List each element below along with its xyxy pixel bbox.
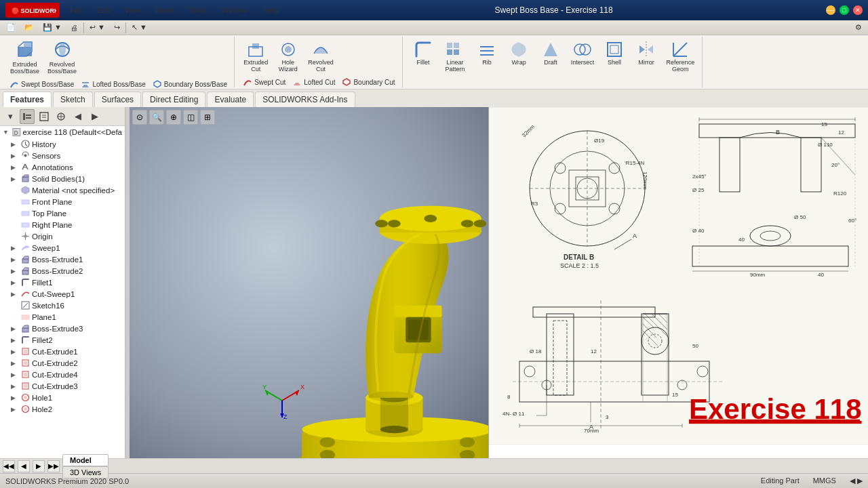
tree-item-hole1[interactable]: ▶ Hole1 [0, 392, 125, 403]
revolved-boss-button[interactable]: RevolvedBoss/Base [44, 38, 80, 77]
nav-last-button[interactable]: ▶▶ [47, 460, 60, 472]
tree-item-top-plane[interactable]: ▶ Top Plane [0, 207, 125, 219]
shell-button[interactable]: Shell [599, 38, 630, 86]
wrap-button[interactable]: Wrap [504, 38, 534, 86]
menu-insert[interactable]: Insert [152, 4, 178, 16]
menu-tools[interactable]: Tools [186, 4, 210, 16]
draft-button[interactable]: Draft [536, 38, 566, 86]
tab-model[interactable]: Model [62, 454, 108, 466]
tab-sketch[interactable]: Sketch [53, 92, 93, 107]
config-manager-button[interactable] [54, 109, 68, 124]
app-version: SOLIDWORKS Premium 2020 SP0.0 [5, 477, 129, 485]
plane1-label: Plane1 [32, 313, 56, 321]
feature-tree-button[interactable] [20, 109, 35, 124]
tree-item-fillet1[interactable]: ▶ Fillet1 [0, 277, 125, 288]
close-button[interactable]: ✕ [853, 5, 863, 15]
tree-item-cut-sweep1[interactable]: ▶ Cut-Sweep1 [0, 288, 125, 300]
save-button[interactable]: 💾 ▼ [39, 22, 65, 34]
tree-item-sweep1[interactable]: ▶ Sweep1 [0, 242, 125, 253]
svg-text:4N- Ø 11: 4N- Ø 11 [502, 411, 525, 417]
tree-item-origin[interactable]: ▶ Origin [0, 230, 125, 242]
menu-help[interactable]: Help [260, 4, 282, 16]
tree-item-root[interactable]: ▼ D exercise 118 (Default<<Defa [0, 126, 125, 138]
extruded-boss-button[interactable]: ExtrudedBoss/Base [7, 38, 43, 77]
select-button[interactable]: ↖ ▼ [128, 22, 151, 34]
redo-button[interactable]: ↪ [111, 22, 123, 34]
solid-bodies-label: Solid Bodies(1) [32, 175, 85, 183]
svg-point-13 [285, 46, 292, 53]
new-button[interactable]: 📄 [3, 22, 19, 34]
window-controls[interactable]: — □ ✕ [826, 5, 863, 15]
revolved-cut-button[interactable]: RevolvedCut [304, 38, 337, 75]
hole-wizard-button[interactable]: HoleWizard [273, 38, 303, 75]
tree-item-annotations[interactable]: ▶ Annotations [0, 161, 125, 173]
options-button[interactable]: ⚙ [852, 22, 865, 34]
tree-item-boss-extrude2[interactable]: ▶ Boss-Extrude2 [0, 265, 125, 277]
tree-item-cut-extrude1[interactable]: ▶ Cut-Extrude1 [0, 346, 125, 357]
cut-sweep1-label: Cut-Sweep1 [32, 290, 75, 298]
fillet-button[interactable]: Fillet [408, 38, 439, 86]
tree-item-plane1[interactable]: ▶ Plane1 [0, 311, 125, 323]
revolved-boss-label: RevolvedBoss/Base [47, 61, 77, 75]
tree-item-material[interactable]: ▶ Material <not specified> [0, 184, 125, 196]
extruded-cut-button[interactable]: ExtrudedCut [240, 38, 271, 75]
tree-item-sketch16[interactable]: ▶ Sketch16 [0, 300, 125, 311]
print-button[interactable]: 🖨 [67, 22, 81, 34]
filter-icon[interactable]: ▾ [3, 109, 18, 124]
tree-item-fillet2[interactable]: ▶ Fillet2 [0, 334, 125, 346]
tree-item-cut-extrude3[interactable]: ▶ Cut-Extrude3 [0, 380, 125, 392]
minimize-button[interactable]: — [826, 5, 835, 15]
menu-view[interactable]: View [121, 4, 144, 16]
linear-pattern-button[interactable]: LinearPattern [440, 38, 471, 86]
undo-button[interactable]: ↩ ▼ [86, 22, 108, 34]
nav-next-button[interactable]: ▶ [33, 460, 45, 472]
nav-first-button[interactable]: ◀◀ [3, 460, 15, 472]
tab-features[interactable]: Features [3, 92, 52, 107]
svg-line-47 [26, 144, 28, 146]
reference-geom-button[interactable]: ReferenceGeom [663, 38, 698, 86]
menu-window[interactable]: Window [218, 4, 252, 16]
extruded-cut-label: ExtrudedCut [243, 59, 268, 73]
lofted-boss-button[interactable]: Lofted Boss/Base [78, 78, 148, 90]
menu-bar[interactable]: File Edit View Insert Tools Window Help [66, 4, 281, 16]
tree-item-right-plane[interactable]: ▶ Right Plane [0, 219, 125, 230]
tab-solidworks-addins[interactable]: SOLIDWORKS Add-Ins [255, 92, 355, 107]
boundary-boss-button[interactable]: Boundary Boss/Base [150, 78, 230, 90]
root-label: exercise 118 (Default<<Defa [23, 128, 122, 136]
tree-item-hole2[interactable]: ▶ Hole2 [0, 403, 125, 415]
property-manager-button[interactable] [37, 109, 52, 124]
open-button[interactable]: 📂 [21, 22, 37, 34]
tree-item-boss-extrude3[interactable]: ▶ Boss-Extrude3 [0, 323, 125, 334]
3d-viewport[interactable]: ⊙ 🔍 ⊕ ◫ ⊞ [130, 107, 488, 458]
tab-surfaces[interactable]: Surfaces [94, 92, 141, 107]
tree-item-front-plane[interactable]: ▶ Front Plane [0, 196, 125, 207]
tab-evaluate[interactable]: Evaluate [207, 92, 254, 107]
menu-file[interactable]: File [66, 4, 85, 16]
tree-item-sensors[interactable]: ▶ Sensors [0, 150, 125, 161]
tree-item-cut-extrude4[interactable]: ▶ Cut-Extrude4 [0, 369, 125, 380]
swept-boss-button[interactable]: Swept Boss/Base [7, 78, 77, 90]
tree-item-solid-bodies[interactable]: ▶ Solid Bodies(1) [0, 173, 125, 184]
maximize-button[interactable]: □ [840, 5, 849, 15]
nav-prev-button[interactable]: ◀ [18, 460, 30, 472]
lofted-cut-button[interactable]: Lofted Cut [290, 76, 338, 88]
menu-edit[interactable]: Edit [94, 4, 113, 16]
rib-button[interactable]: Rib [472, 38, 502, 86]
tree-item-boss-extrude1[interactable]: ▶ Boss-Extrude1 [0, 253, 125, 265]
section-view-icon[interactable]: ◫ [183, 110, 198, 125]
intersect-button[interactable]: Intersect [568, 38, 598, 86]
nav-forward-button[interactable]: ▶ [87, 109, 102, 124]
swept-cut-button[interactable]: Swept Cut [240, 76, 288, 88]
view-options-icon[interactable]: ⊕ [166, 110, 181, 125]
tab-direct-editing[interactable]: Direct Editing [142, 92, 205, 107]
zoom-in-icon[interactable]: 🔍 [149, 110, 164, 125]
tree-item-history[interactable]: ▶ History [0, 138, 125, 150]
svg-text:R120: R120 [833, 190, 847, 197]
mirror-button[interactable]: Mirror [631, 38, 662, 86]
boundary-cut-button[interactable]: Boundary Cut [339, 76, 397, 88]
tree-item-cut-extrude2[interactable]: ▶ Cut-Extrude2 [0, 357, 125, 369]
zoom-fit-icon[interactable]: ⊙ [132, 110, 147, 125]
shell-label: Shell [608, 59, 621, 66]
view-type-icon[interactable]: ⊞ [200, 110, 215, 125]
nav-back-button[interactable]: ◀ [71, 109, 85, 124]
